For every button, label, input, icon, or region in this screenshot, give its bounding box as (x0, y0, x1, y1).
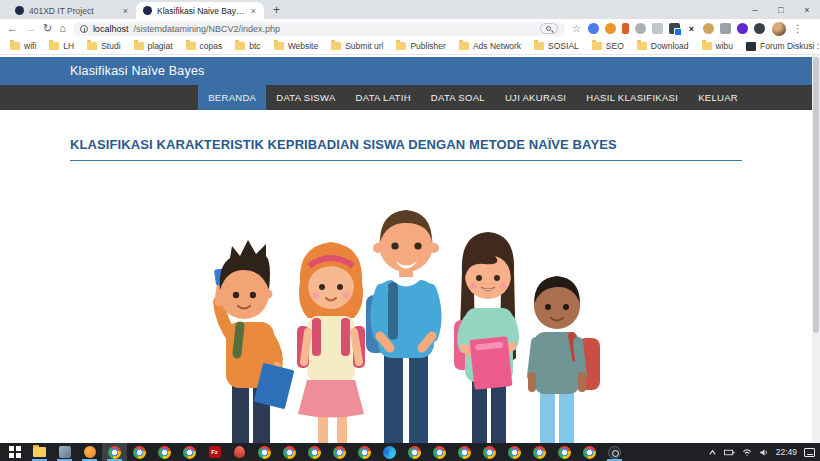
nav-item[interactable]: DATA SOAL (421, 85, 495, 110)
new-tab-button[interactable]: + (264, 3, 289, 19)
bookmark-item[interactable]: Ads Network (459, 41, 521, 51)
chrome-window[interactable] (577, 443, 602, 461)
filezilla[interactable]: Fz (202, 443, 227, 461)
network-icon[interactable] (742, 448, 752, 457)
volume-icon[interactable] (759, 448, 769, 457)
extensions-area: × (588, 23, 765, 34)
chrome-window[interactable] (177, 443, 202, 461)
page-scrollbar[interactable] (812, 55, 820, 443)
bookmark-item[interactable]: SOSIAL (534, 41, 579, 51)
red-bar-extension-icon[interactable] (622, 23, 629, 34)
gray-extension-icon[interactable] (635, 23, 646, 34)
app-window[interactable] (52, 443, 77, 461)
purple-extension-icon[interactable] (737, 23, 748, 34)
zoom-indicator-icon[interactable] (540, 23, 558, 34)
pin-extension-icon[interactable] (754, 23, 765, 34)
battery-icon[interactable] (724, 448, 735, 457)
nav-item[interactable]: UJI AKURASI (495, 85, 576, 110)
bookmark-item[interactable]: SEO (592, 41, 624, 51)
profile-avatar[interactable] (772, 22, 786, 36)
address-bar[interactable]: localhost /sistemdatamining/NBCV2/index.… (73, 22, 565, 36)
nav-item[interactable]: KELUAR (688, 85, 748, 110)
site-info-icon[interactable] (80, 25, 88, 33)
chrome-window[interactable] (502, 443, 527, 461)
chrome-window[interactable] (427, 443, 452, 461)
chrome-window[interactable] (552, 443, 577, 461)
chrome-window[interactable] (277, 443, 302, 461)
bookmark-item[interactable]: Studi (87, 41, 120, 51)
student-girl-dark-hair (454, 232, 516, 443)
bookmark-item[interactable]: btc (235, 41, 260, 51)
tab-title: Klasifikasi Naive Bayes (157, 6, 245, 16)
reader-extension-icon[interactable] (652, 23, 663, 34)
maximize-button[interactable]: □ (768, 0, 794, 19)
bookmark-label: copas (200, 41, 223, 51)
chrome-window[interactable] (127, 443, 152, 461)
tab-close-icon[interactable]: × (250, 6, 257, 16)
orange-extension-icon[interactable] (605, 23, 616, 34)
chrome-window[interactable] (352, 443, 377, 461)
browser-menu-icon[interactable]: ⋮ (793, 23, 803, 34)
bookmark-label: Forum Diskusi : share (760, 41, 820, 51)
tab-close-icon[interactable]: × (122, 6, 129, 16)
action-center-icon[interactable] (804, 448, 815, 457)
bookmark-item[interactable]: plagiat (134, 41, 173, 51)
bookmark-item[interactable]: Forum Diskusi : share (746, 41, 820, 51)
bookmark-star-icon[interactable]: ☆ (572, 23, 581, 34)
browser-toolbar: ← → ↻ ⌂ localhost /sistemdatamining/NBCV… (0, 19, 820, 38)
start-button[interactable] (2, 443, 27, 461)
bookmark-label: wibu (716, 41, 733, 51)
bookmark-item[interactable]: LH (49, 41, 74, 51)
bookmark-item[interactable]: Publisher (396, 41, 445, 51)
chrome-window[interactable] (402, 443, 427, 461)
scrollbar-thumb[interactable] (813, 57, 819, 333)
tab-favicon (15, 6, 24, 15)
back-button[interactable]: ← (7, 23, 18, 34)
location-extension-icon[interactable] (588, 23, 599, 34)
chrome-window[interactable] (452, 443, 477, 461)
forward-button[interactable]: → (25, 23, 36, 34)
x-extension-icon[interactable]: × (686, 23, 697, 34)
close-button[interactable]: × (794, 0, 820, 19)
nav-item[interactable]: DATA LATIH (346, 85, 421, 110)
nav-item[interactable]: DATA SISWA (266, 85, 345, 110)
bag-extension-icon[interactable] (669, 23, 680, 34)
screenshot-tool[interactable] (602, 443, 627, 461)
home-button[interactable]: ⌂ (59, 23, 66, 34)
chrome-window[interactable] (477, 443, 502, 461)
security-app[interactable] (227, 443, 252, 461)
nav-item[interactable]: BERANDA (198, 85, 266, 110)
bookmark-folder-icon (459, 42, 469, 50)
minimize-button[interactable]: – (742, 0, 768, 19)
tab-title: 401XD IT Project (29, 6, 117, 16)
chrome-window[interactable] (102, 443, 127, 461)
bookmark-label: SEO (606, 41, 624, 51)
clock[interactable]: 22:49 (776, 447, 797, 457)
bookmark-item[interactable]: Website (274, 41, 319, 51)
chrome-window[interactable] (252, 443, 277, 461)
bookmark-item[interactable]: Download (637, 41, 689, 51)
tan-extension-icon[interactable] (703, 23, 714, 34)
bookmark-item[interactable]: Submit url (331, 41, 383, 51)
nav-item[interactable]: HASIL KLASIFIKASI (576, 85, 688, 110)
xampp[interactable] (77, 443, 102, 461)
chrome-window[interactable] (327, 443, 352, 461)
refresh-button[interactable]: ↻ (43, 23, 52, 34)
browser-tab[interactable]: Klasifikasi Naive Bayes × (136, 2, 264, 19)
tray-chevron-icon[interactable] (708, 448, 717, 457)
bookmark-item[interactable]: wibu (702, 41, 733, 51)
camera-extension-icon[interactable] (720, 23, 731, 34)
bookmark-folder-icon (702, 42, 712, 50)
bookmarks-bar: wifi LH Studi plagiat copas btc Website … (0, 38, 820, 55)
chrome-window[interactable] (152, 443, 177, 461)
bookmark-folder-icon (534, 42, 544, 50)
chrome-window[interactable] (527, 443, 552, 461)
chrome-window[interactable] (302, 443, 327, 461)
file-explorer[interactable] (27, 443, 52, 461)
windows-taskbar: Fz (0, 443, 820, 461)
bookmark-folder-icon (746, 42, 756, 51)
bookmark-item[interactable]: copas (186, 41, 223, 51)
edge[interactable] (377, 443, 402, 461)
bookmark-item[interactable]: wifi (10, 41, 36, 51)
browser-tab[interactable]: 401XD IT Project × (8, 2, 136, 19)
